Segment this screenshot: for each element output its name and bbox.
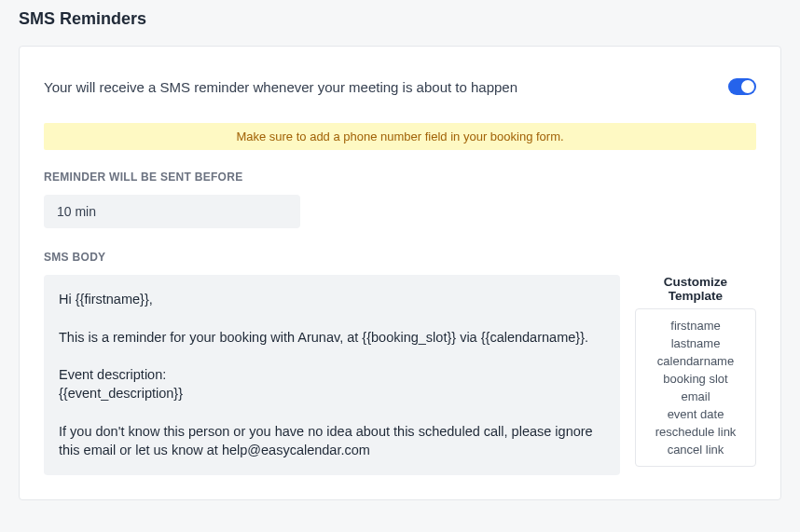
page-title: SMS Reminders (19, 9, 781, 29)
token-cancel-link[interactable]: cancel link (641, 441, 750, 458)
sms-description: Your will receive a SMS reminder wheneve… (44, 79, 517, 95)
token-reschedule-link[interactable]: reschedule link (641, 423, 750, 441)
token-event-date[interactable]: event date (641, 405, 750, 423)
toggle-row: Your will receive a SMS reminder wheneve… (44, 78, 756, 95)
toggle-knob-icon (741, 80, 754, 93)
sms-body-editor[interactable]: Hi {{firstname}}, This is a reminder for… (44, 275, 620, 475)
settings-card: Your will receive a SMS reminder wheneve… (19, 46, 781, 500)
token-calendarname[interactable]: calendarname (641, 352, 750, 370)
sms-body-label: SMS BODY (44, 251, 756, 264)
customize-template-title: Customize Template (635, 275, 756, 303)
phone-number-alert: Make sure to add a phone number field in… (44, 123, 756, 150)
token-booking-slot[interactable]: booking slot (641, 370, 750, 388)
reminder-before-label: REMINDER WILL BE SENT BEFORE (44, 171, 756, 184)
token-email[interactable]: email (641, 388, 750, 405)
sms-enable-toggle[interactable] (728, 78, 756, 95)
token-firstname[interactable]: firstname (641, 317, 750, 334)
sms-body-row: Hi {{firstname}}, This is a reminder for… (44, 275, 756, 475)
customize-template-panel: Customize Template firstname lastname ca… (635, 275, 756, 467)
token-lastname[interactable]: lastname (641, 334, 750, 352)
template-token-list: firstname lastname calendarname booking … (635, 308, 756, 467)
reminder-time-select[interactable]: 10 min (44, 195, 300, 228)
